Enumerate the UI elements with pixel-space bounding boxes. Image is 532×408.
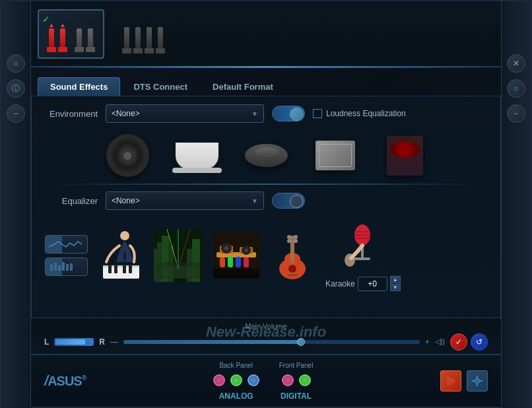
svg-rect-9 [114, 265, 117, 273]
dash-separator: — [110, 337, 118, 347]
eq-icon-guitar[interactable] [269, 229, 316, 282]
svg-rect-24 [157, 262, 200, 279]
svg-rect-34 [228, 256, 233, 267]
env-icon-bathtub[interactable] [170, 134, 223, 177]
equalizer-icons-area: Karaoke ▲ ▼ [32, 217, 500, 294]
eq-btn-2[interactable] [45, 257, 88, 276]
bottom-btn-2[interactable] [467, 370, 488, 391]
analog-label: ANALOG [219, 391, 253, 401]
bottom-btn-1[interactable] [440, 370, 461, 391]
env-icon-saucer[interactable] [240, 134, 292, 177]
right-btn-close[interactable]: ✕ [507, 54, 525, 73]
wire-1 [49, 28, 54, 47]
karaoke-label: Karaoke [325, 279, 355, 289]
vol-btn-2[interactable]: ↺ [471, 333, 488, 351]
svg-rect-0 [50, 264, 53, 271]
eq-btn-1[interactable] [45, 235, 88, 254]
l-meter-fill [55, 339, 85, 345]
disc-shape [106, 134, 149, 177]
svg-rect-1 [54, 263, 57, 271]
right-btn-minimize[interactable]: − [507, 104, 525, 123]
wire-2 [60, 28, 65, 47]
svg-point-46 [287, 239, 291, 243]
eq-bars [49, 261, 82, 272]
volume-action-icons: ✓ ↺ [450, 333, 488, 351]
port-blue[interactable] [248, 374, 259, 386]
karaoke-down[interactable]: ▼ [390, 284, 401, 291]
equalizer-dropdown[interactable]: <None> ▼ [106, 191, 264, 210]
connector-col-3 [75, 22, 84, 52]
l-meter [54, 338, 94, 346]
svg-rect-5 [70, 263, 73, 271]
eq-icon-concert[interactable] [154, 229, 203, 282]
env-icon-box[interactable] [309, 134, 362, 177]
environment-dropdown-value: <None> [112, 109, 140, 118]
grey-col-2 [133, 27, 143, 53]
wire-3 [77, 28, 82, 47]
svg-rect-60 [477, 376, 478, 378]
svg-rect-62 [472, 380, 475, 382]
svg-rect-11 [129, 265, 132, 273]
eq-toggle-knob [290, 195, 303, 208]
svg-rect-3 [62, 262, 65, 271]
asus-text: ASUS [48, 374, 82, 388]
grey-plug-2 [133, 48, 143, 53]
left-btn-2[interactable]: ⓘ [7, 79, 25, 98]
content-area: Environment <None> ▼ Loudness Equalizati… [31, 96, 501, 354]
equalizer-toggle[interactable] [272, 193, 305, 209]
left-btn-1[interactable]: ○ [7, 54, 25, 73]
karaoke-spinners: ▲ ▼ [390, 276, 401, 291]
karaoke-control: Karaoke ▲ ▼ [325, 276, 401, 291]
eq-icon-piano-player[interactable] [98, 229, 144, 282]
eq-icon-stage[interactable] [213, 232, 259, 279]
loudness-checkbox[interactable] [313, 109, 322, 118]
svg-rect-36 [244, 257, 249, 267]
port-pink[interactable] [213, 374, 225, 386]
port-green[interactable] [230, 374, 242, 386]
left-btn-3[interactable]: − [7, 104, 25, 123]
front-port-pink[interactable] [282, 374, 294, 386]
tab-default-format[interactable]: Default Format [201, 78, 285, 96]
right-sidebar: ✕ ○ − [501, 1, 531, 408]
dropdown-arrow-icon: ▼ [251, 110, 258, 118]
environment-dropdown[interactable]: <None> ▼ [106, 104, 264, 123]
stage-svg [213, 232, 259, 279]
eq-waveform-1 [49, 239, 82, 250]
volume-thumb [297, 338, 305, 346]
svg-point-44 [287, 235, 291, 239]
eq-icon-microphone[interactable] [340, 220, 386, 273]
svg-point-45 [294, 235, 298, 239]
left-sidebar: ○ ⓘ − [1, 1, 31, 408]
tab-dts-connect[interactable]: DTS Connect [121, 78, 199, 96]
concert-svg [154, 229, 203, 282]
right-btn-2[interactable]: ○ [507, 79, 525, 98]
karaoke-up[interactable]: ▲ [390, 276, 401, 283]
equalizer-row: Equalizer <None> ▼ [32, 185, 500, 217]
env-icon-speaker[interactable] [378, 134, 431, 177]
environment-toggle[interactable] [272, 106, 305, 121]
vol-btn-1[interactable]: ✓ [450, 333, 467, 351]
svg-point-32 [245, 249, 248, 252]
front-panel-label: Front Panel [279, 362, 314, 369]
grey-col-4 [156, 27, 165, 53]
karaoke-input[interactable] [358, 277, 387, 291]
env-icon-disc[interactable] [101, 134, 154, 177]
grey-wire-3 [147, 27, 152, 48]
l-label: L [44, 337, 49, 347]
loudness-checkbox-area[interactable]: Loudness Equalization [313, 109, 406, 118]
plug-4 [86, 47, 95, 52]
front-port-green[interactable] [299, 374, 311, 386]
bathtub-shape [176, 143, 218, 169]
box-shape [316, 141, 355, 170]
eq-btn-2-inner [46, 258, 87, 275]
svg-rect-35 [236, 257, 241, 267]
tab-sound-effects[interactable]: Sound Effects [38, 77, 120, 96]
toggle-knob [290, 108, 303, 121]
check-icon: ✓ [42, 14, 50, 24]
back-panel-label: Back Panel [219, 362, 253, 369]
svg-rect-10 [123, 265, 126, 273]
volume-slider[interactable] [123, 340, 420, 344]
svg-rect-8 [108, 265, 112, 273]
volume-controls: L R — + ◁)) ✓ ↺ [44, 333, 488, 351]
grey-plug-3 [145, 48, 154, 53]
